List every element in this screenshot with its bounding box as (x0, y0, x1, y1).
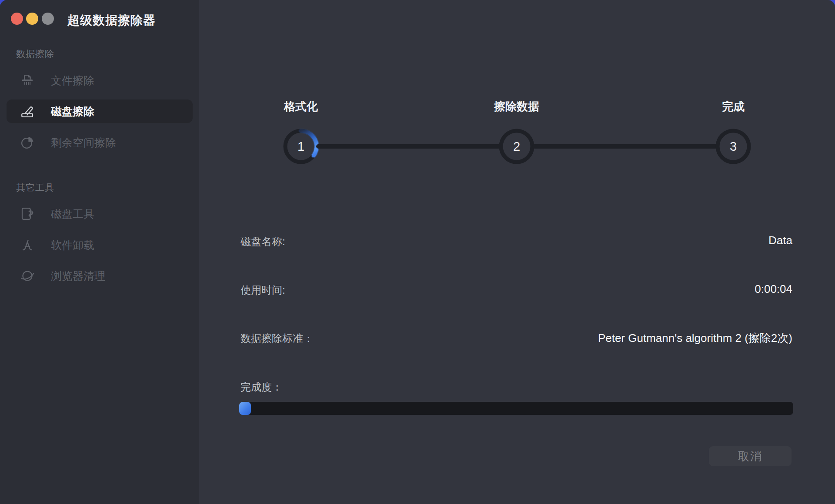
app-window: 超级数据擦除器 数据擦除 文件擦除 (0, 0, 835, 504)
step-connector (316, 144, 501, 149)
disk-erase-icon (19, 103, 36, 119)
elapsed-time-value: 0:00:04 (755, 282, 792, 296)
app-title: 超级数据擦除器 (67, 12, 156, 29)
sidebar-item-browser-clean[interactable]: 浏览器清理 (7, 264, 193, 288)
sidebar-section-other-tools: 其它工具 (16, 182, 54, 194)
elapsed-time-label: 使用时间: (240, 283, 285, 297)
step-circle-3: 3 (715, 128, 752, 165)
step-number: 2 (498, 128, 535, 165)
disk-name-value: Data (768, 234, 792, 247)
zoom-button[interactable] (42, 13, 54, 25)
sidebar-item-free-space-erase[interactable]: 剩余空间擦除 (7, 131, 193, 154)
sidebar: 超级数据擦除器 数据擦除 文件擦除 (0, 0, 199, 504)
close-button[interactable] (11, 13, 23, 25)
sidebar-item-label: 浏览器清理 (51, 269, 105, 283)
step-label-format: 格式化 (284, 99, 318, 114)
step-circle-2: 2 (498, 128, 535, 165)
step-connector (532, 144, 718, 149)
sidebar-item-disk-tools[interactable]: 磁盘工具 (7, 202, 193, 225)
step-circle-1: 1 (283, 128, 319, 165)
sidebar-section-data-erase: 数据擦除 (16, 48, 54, 60)
disk-name-label: 磁盘名称: (240, 235, 285, 249)
step-label-erase-data: 擦除数据 (494, 99, 539, 114)
disk-wrench-icon (19, 206, 36, 222)
progress-fill (239, 402, 251, 415)
app-uninstall-icon (19, 237, 36, 253)
step-label-done: 完成 (722, 99, 745, 114)
sidebar-item-label: 剩余空间擦除 (51, 136, 116, 150)
sidebar-item-label: 软件卸载 (51, 238, 94, 252)
desktop: 超级数据擦除器 数据擦除 文件擦除 (0, 0, 835, 504)
shredder-icon (19, 72, 36, 89)
minimize-button[interactable] (26, 13, 38, 25)
sidebar-item-disk-erase[interactable]: 磁盘擦除 (7, 99, 193, 123)
progress-bar (239, 402, 793, 415)
sidebar-item-label: 磁盘擦除 (51, 104, 94, 119)
erase-standard-value: Peter Gutmann's algorithm 2 (擦除2次) (598, 331, 792, 346)
erase-standard-label: 数据擦除标准： (240, 332, 314, 345)
sidebar-item-label: 文件擦除 (51, 73, 94, 88)
progress-label: 完成度： (240, 380, 282, 394)
sidebar-item-file-erase[interactable]: 文件擦除 (7, 69, 193, 92)
browser-planet-icon (19, 268, 36, 284)
step-number: 3 (715, 128, 752, 165)
step-number: 1 (283, 128, 319, 165)
pie-chart-icon (19, 134, 36, 151)
cancel-button[interactable]: 取消 (709, 446, 792, 466)
sidebar-item-app-uninstall[interactable]: 软件卸载 (7, 233, 193, 257)
sidebar-item-label: 磁盘工具 (51, 207, 94, 221)
